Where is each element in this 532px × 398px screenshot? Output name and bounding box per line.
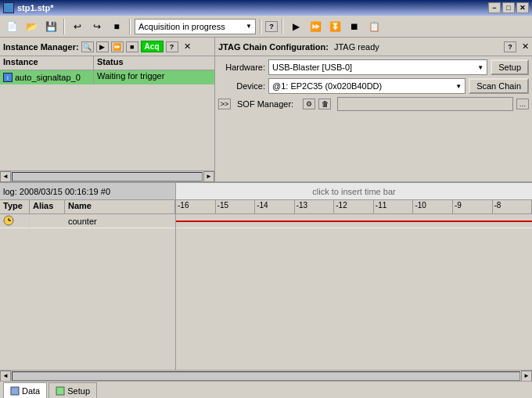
waveform-area: click to insert time bar -16 -15 -14 -13… (176, 183, 532, 370)
sig-name-cell: counter (65, 216, 175, 227)
sof-field[interactable] (337, 97, 513, 111)
run-repeat-button[interactable]: ⏩ (307, 18, 324, 35)
hardware-dropdown[interactable]: USB-Blaster [USB-0] ▼ (268, 59, 487, 75)
help-button[interactable]: ? (265, 21, 278, 32)
waveform-container: log: 2008/03/15 00:16:19 #0 Type Alias N… (0, 182, 532, 370)
svg-rect-3 (11, 387, 19, 395)
sof-row: >> SOF Manager: ⚙ 🗑 … (218, 97, 529, 111)
tab-setup[interactable]: Setup (49, 382, 97, 398)
device-label: Device: (218, 81, 265, 91)
signal-col-headers: Type Alias Name (0, 200, 175, 214)
instance-name: auto_signaltap_0 (15, 73, 81, 82)
im-stop-btn[interactable]: ■ (126, 41, 138, 52)
svg-rect-4 (56, 387, 64, 395)
scroll-left-btn[interactable]: ◄ (0, 171, 11, 182)
maximize-button[interactable]: □ (502, 2, 515, 13)
sof-arrow-btn[interactable]: >> (218, 99, 231, 109)
sof-btn1[interactable]: ⚙ (303, 99, 315, 109)
jtag-status: JTAG ready (334, 42, 379, 52)
full-area: Instance Manager: 🔍 ▶ ⏩ ■ Acq ? ✕ Instan… (0, 38, 532, 398)
minimize-button[interactable]: − (488, 2, 501, 13)
tab-data[interactable]: Data (3, 382, 47, 398)
device-row: Device: @1: EP2C35 (0x020B40DD) ▼ Scan C… (218, 78, 529, 94)
instance-row[interactable]: i auto_signaltap_0 Waiting for trigger (0, 70, 214, 84)
instance-name-cell: i auto_signaltap_0 (0, 70, 94, 84)
jtag-panel: JTAG Chain Configuration: JTAG ready ? ✕… (215, 38, 532, 181)
sof-label: SOF Manager: (237, 99, 293, 109)
tab-data-label: Data (22, 386, 40, 396)
tick-5: -11 (374, 200, 414, 213)
status-col-header: Status (94, 56, 214, 70)
title-bar: stp1.stp* − □ ✕ (0, 0, 532, 16)
clock-icon (3, 215, 14, 226)
signal-panel: log: 2008/03/15 00:16:19 #0 Type Alias N… (0, 183, 176, 370)
jtag-title: JTAG Chain Configuration: (218, 42, 329, 52)
im-close-btn[interactable]: ✕ (184, 41, 191, 52)
timebar-insert-hint[interactable]: click to insert time bar (176, 183, 532, 200)
wave-line-0 (176, 221, 532, 222)
device-value: @1: EP2C35 (0x020B40DD) (272, 81, 382, 91)
log-text: log: 2008/03/15 00:16:19 #0 (3, 187, 110, 196)
instance-manager-panel: Instance Manager: 🔍 ▶ ⏩ ■ Acq ? ✕ Instan… (0, 38, 215, 181)
close-button[interactable]: ✕ (516, 2, 529, 13)
jtag-help-btn[interactable]: ? (504, 41, 516, 52)
hardware-label: Hardware: (218, 63, 265, 72)
setup-button[interactable]: Setup (491, 59, 529, 75)
scan-chain-button[interactable]: Scan Chain (469, 78, 529, 94)
tick-3: -13 (295, 200, 335, 213)
data-tab-icon (10, 386, 20, 396)
device-dropdown[interactable]: @1: EP2C35 (0x020B40DD) ▼ (268, 78, 466, 94)
wave-scroll-track[interactable] (12, 371, 520, 381)
im-icon-btn1[interactable]: 🔍 (81, 41, 94, 52)
status-dropdown[interactable]: Acquisition in progress ▼ (135, 19, 256, 34)
app-icon (3, 2, 14, 13)
window-title: stp1.stp* (17, 3, 53, 13)
sof-browse-btn[interactable]: … (516, 99, 529, 109)
stop2-button[interactable]: ⏹ (346, 18, 363, 35)
im-icon-btn2[interactable]: ▶ (96, 41, 109, 52)
tab-setup-label: Setup (67, 386, 90, 396)
read-button[interactable]: 📋 (365, 18, 383, 35)
sof-btn2[interactable]: 🗑 (318, 99, 331, 109)
waveform-scrollbar[interactable]: ◄ ► (0, 370, 532, 381)
tick-8: -8 (493, 200, 533, 213)
instance-manager-header: Instance Manager: 🔍 ▶ ⏩ ■ Acq ? ✕ (0, 38, 214, 56)
wave-row-0 (176, 214, 532, 228)
scroll-right-btn[interactable]: ► (203, 171, 214, 182)
hardware-value: USB-Blaster [USB-0] (272, 63, 352, 72)
instance-table: i auto_signaltap_0 Waiting for trigger (0, 70, 214, 170)
open-button[interactable]: 📂 (23, 18, 40, 35)
instance-table-header: Instance Status (0, 56, 214, 70)
type-col-header: Type (0, 200, 30, 213)
redo-button[interactable]: ↪ (88, 18, 106, 35)
im-help-btn[interactable]: ? (166, 41, 178, 52)
lower-area: log: 2008/03/15 00:16:19 #0 Type Alias N… (0, 182, 532, 398)
save-button[interactable]: 💾 (42, 18, 59, 35)
wave-scroll-left[interactable]: ◄ (0, 371, 11, 382)
toolbar-separator-1 (63, 19, 65, 34)
tick-7: -9 (453, 200, 493, 213)
scroll-track[interactable] (12, 172, 203, 181)
instance-status-cell: Waiting for trigger (94, 70, 214, 84)
alias-col-header: Alias (30, 200, 65, 213)
signal-row[interactable]: counter (0, 214, 175, 228)
tick-1: -15 (216, 200, 256, 213)
undo-button[interactable]: ↩ (69, 18, 86, 35)
stop-button[interactable]: ■ (108, 18, 125, 35)
wave-scroll-right[interactable]: ► (521, 371, 532, 382)
panels-row: Instance Manager: 🔍 ▶ ⏩ ■ Acq ? ✕ Instan… (0, 38, 532, 182)
jtag-header: JTAG Chain Configuration: JTAG ready ? ✕ (215, 38, 532, 56)
autorun-button[interactable]: ⏬ (326, 18, 343, 35)
run-button[interactable]: ▶ (287, 18, 304, 35)
log-header: log: 2008/03/15 00:16:19 #0 (0, 183, 175, 200)
status-dropdown-label: Acquisition in progress (138, 22, 225, 31)
tick-0: -16 (176, 200, 216, 213)
instance-scrollbar[interactable]: ◄ ► (0, 170, 214, 181)
sig-alias-cell (30, 221, 65, 222)
tick-2: -14 (255, 200, 295, 213)
toolbar-separator-2 (129, 19, 131, 34)
new-button[interactable]: 📄 (3, 18, 20, 35)
jtag-close-btn[interactable]: ✕ (522, 41, 529, 52)
instance-col-header: Instance (0, 56, 94, 70)
im-icon-btn3[interactable]: ⏩ (111, 41, 124, 52)
